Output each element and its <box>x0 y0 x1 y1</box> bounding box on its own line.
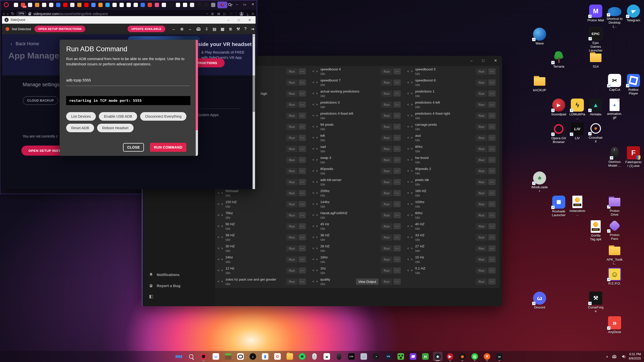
run-button[interactable]: Run <box>381 146 392 152</box>
cloud-backup-button[interactable]: CLOUD BACKUP <box>23 96 58 105</box>
tab-favicon[interactable] <box>204 3 208 7</box>
desktop-icon-ldmultipla[interactable]: ϟ↗ LDMultiPla... <box>569 99 586 120</box>
tab-favicon[interactable] <box>127 3 131 7</box>
downloads-icon[interactable]: ↓ <box>247 12 249 15</box>
run-button[interactable]: Run <box>286 201 298 207</box>
taskbar-icon-sidequest[interactable]: ◈ <box>433 352 442 361</box>
more-button[interactable]: ··· <box>393 68 401 74</box>
desktop-icon-shortcut-to-desktop[interactable]: ↗ Shortcut to Desktop (... <box>606 5 623 28</box>
more-button[interactable]: ··· <box>299 234 306 240</box>
run-button[interactable]: Run <box>286 168 298 174</box>
desktop-icon-notasobvio[interactable]: APK notasobvio... <box>569 196 586 217</box>
more-button[interactable]: ··· <box>488 168 496 174</box>
run-button[interactable]: Run <box>476 124 487 130</box>
browser-minimize-button[interactable]: – <box>236 2 238 6</box>
more-button[interactable]: ··· <box>393 79 401 85</box>
taskbar-icon-creeper-app[interactable] <box>396 352 406 361</box>
task-list-icon[interactable]: ≣ <box>229 27 232 31</box>
tab-favicon[interactable] <box>197 3 201 7</box>
active-tab[interactable] <box>217 2 227 8</box>
tab-favicon[interactable] <box>119 3 124 7</box>
run-button[interactable]: Run <box>476 256 487 263</box>
more-button[interactable]: ··· <box>393 157 401 163</box>
address-bar-icon[interactable]: ▷ <box>223 12 226 16</box>
desktop-icon-proton-drive[interactable]: ↗ Proton Drive <box>606 195 623 217</box>
back-icon[interactable]: ← <box>172 27 176 31</box>
run-button[interactable]: Run <box>476 135 487 141</box>
desktop-icon-fateinjector-1-exe[interactable]: F FateInjector (1).exe <box>625 146 642 168</box>
tab-favicon[interactable] <box>176 3 180 7</box>
run-button[interactable]: Run <box>476 279 487 285</box>
run-button[interactable]: Run <box>476 113 487 119</box>
tab-favicon[interactable] <box>14 3 18 7</box>
browser-close-button[interactable]: ✕ <box>251 2 254 6</box>
tab-search-icon[interactable] <box>228 3 231 6</box>
taskbar-icon-virtual-desktop[interactable]: VR <box>384 352 393 361</box>
commands-minimize-button[interactable]: – <box>470 58 472 63</box>
run-button[interactable]: Run <box>476 201 487 207</box>
desktop-icon-curseforge[interactable]: ⚒↗ CurseForge <box>587 292 604 313</box>
sidebar-collapse-icon[interactable]: ◧ <box>149 294 153 299</box>
tab-favicon[interactable] <box>169 3 173 7</box>
more-button[interactable]: ··· <box>393 190 401 196</box>
run-button[interactable]: Run <box>476 212 487 218</box>
taskbar-icon-oculus-app[interactable] <box>236 352 245 361</box>
desktop-icon-apk-toolki[interactable]: APK_Toolki... <box>606 244 623 265</box>
taskbar-icon-photos-app[interactable]: ▮ <box>260 352 270 361</box>
run-button[interactable]: Run <box>286 157 298 163</box>
profile-avatar-icon[interactable] <box>239 12 244 16</box>
more-button[interactable]: ··· <box>299 190 306 196</box>
taskbar-icon-crosshair-x[interactable]: ◉ <box>458 352 467 361</box>
tab-favicon[interactable] <box>190 3 194 7</box>
taskbar-icon-spotify[interactable]: ≋ <box>297 352 307 361</box>
more-button[interactable]: ··· <box>488 279 496 285</box>
quick-button-list-devices[interactable]: List Devices <box>66 112 96 121</box>
commands-restore-button[interactable]: □ <box>482 58 484 63</box>
more-button[interactable]: ··· <box>393 245 401 251</box>
run-button[interactable]: Run <box>381 279 392 285</box>
more-button[interactable]: ··· <box>299 79 306 85</box>
more-button[interactable]: ··· <box>299 201 306 207</box>
taskbar-icon-trend-micro[interactable]: ⊙ <box>273 352 282 361</box>
run-button[interactable]: Run <box>286 102 298 108</box>
back-home-link[interactable]: ‹Back Home <box>11 41 39 47</box>
run-button[interactable]: Run <box>381 90 392 97</box>
quick-button-reset-adb[interactable]: Reset ADB <box>66 124 94 132</box>
more-button[interactable]: ··· <box>488 124 496 130</box>
more-button[interactable]: ··· <box>488 90 496 97</box>
quick-button-disconnect-everything[interactable]: Disconnect Everything <box>140 112 186 121</box>
run-button[interactable]: Run <box>286 223 298 230</box>
address-bar-icon[interactable]: ⊠ <box>217 12 220 16</box>
more-button[interactable]: ··· <box>488 179 496 185</box>
more-button[interactable]: ··· <box>393 256 401 262</box>
scroll-up-icon[interactable]: ▲ <box>253 35 255 37</box>
tab-favicon[interactable] <box>112 3 117 7</box>
more-button[interactable]: ··· <box>393 135 401 141</box>
sidequest-minimize-button[interactable]: – <box>227 18 229 22</box>
taskbar-icon-mouse-utility[interactable] <box>310 352 319 361</box>
globe-icon[interactable]: ⊕ <box>180 27 183 31</box>
browser-reload-button[interactable]: ↻ <box>11 11 14 16</box>
desktop-icon-s14[interactable]: S14 <box>587 51 604 69</box>
sidequest-restore-button[interactable]: □ <box>238 18 240 22</box>
run-button[interactable]: Run <box>286 245 298 252</box>
taskbar-icon-search-button[interactable] <box>186 352 196 361</box>
tab-favicon[interactable] <box>91 3 96 7</box>
taskbar-icon-accessibility-app[interactable]: ж <box>322 352 332 361</box>
more-button[interactable]: ··· <box>393 267 401 274</box>
run-button[interactable]: Run <box>381 135 392 141</box>
more-button[interactable]: ··· <box>393 179 401 185</box>
taskbar-icon-obs-studio[interactable]: ◔ <box>371 352 381 361</box>
more-button[interactable]: ··· <box>393 146 401 152</box>
more-button[interactable]: ··· <box>299 68 306 74</box>
tab-favicon[interactable] <box>63 3 67 7</box>
more-button[interactable]: ··· <box>393 102 401 108</box>
run-button[interactable]: Run <box>381 168 392 174</box>
more-button[interactable]: ··· <box>488 245 496 251</box>
run-button[interactable]: Run <box>476 245 487 252</box>
run-button[interactable]: Run <box>286 279 298 285</box>
more-button[interactable]: ··· <box>488 201 496 207</box>
more-button[interactable]: ··· <box>488 256 496 262</box>
taskbar-icon-minecraft[interactable] <box>223 352 233 361</box>
tab-favicon[interactable] <box>183 3 187 7</box>
